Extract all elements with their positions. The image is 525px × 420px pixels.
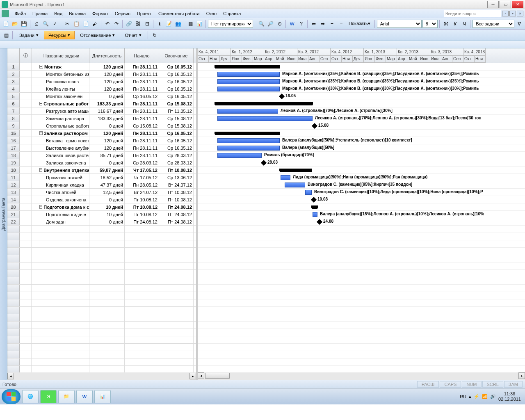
task-row[interactable] — [7, 299, 196, 307]
underline-icon[interactable]: Ч — [460, 19, 468, 28]
month-header[interactable]: Июн — [419, 56, 430, 63]
task-name[interactable] — [32, 314, 89, 321]
task-name[interactable] — [32, 366, 89, 372]
task-duration[interactable] — [89, 307, 125, 314]
font-name-dropdown[interactable]: Arial — [377, 20, 422, 28]
expand-icon[interactable]: − — [39, 65, 43, 68]
menu-edit[interactable]: Правка — [29, 10, 51, 17]
guide-refresh-icon[interactable]: ↻ — [150, 31, 159, 40]
task-end[interactable]: Ср 16.05.12 — [159, 71, 194, 78]
quarter-header[interactable]: Кв. 4, 2012 — [331, 48, 364, 56]
task-start[interactable] — [125, 314, 159, 321]
tray-lang[interactable]: RU — [460, 394, 466, 399]
tray-action-icon[interactable]: ⚡ — [474, 394, 479, 399]
task-end[interactable]: Пт 24.08.12 — [159, 218, 194, 225]
row-info[interactable] — [20, 351, 32, 358]
row-info[interactable] — [20, 122, 32, 129]
task-name[interactable]: Замеска раствора — [32, 115, 89, 122]
mdi-close-button[interactable]: × — [517, 11, 523, 16]
row-info[interactable] — [20, 85, 32, 92]
task-end[interactable] — [159, 226, 194, 233]
right-hscroll[interactable]: ◂ ▸ — [198, 372, 525, 380]
task-end[interactable]: Пт 10.08.12 — [159, 167, 194, 173]
task-end[interactable]: Пт 10.08.12 — [159, 189, 194, 196]
task-row[interactable]: 6−Стропальные работы183,33 днейПн 28.11.… — [7, 100, 196, 107]
row-number[interactable]: 20 — [7, 203, 20, 210]
row-number[interactable]: 18 — [7, 152, 20, 159]
row-info[interactable] — [20, 174, 32, 181]
task-row[interactable] — [7, 233, 196, 240]
row-number[interactable]: 9 — [7, 122, 20, 129]
task-duration[interactable] — [89, 358, 125, 365]
month-header[interactable]: Мар — [253, 56, 264, 63]
task-start[interactable] — [125, 233, 159, 240]
task-name[interactable]: Монтаж бетонных изд — [32, 71, 89, 78]
row-info[interactable] — [20, 93, 32, 100]
task-end[interactable] — [159, 307, 194, 314]
task-bar[interactable] — [281, 175, 290, 180]
undo-icon[interactable]: ↶ — [103, 19, 112, 28]
menu-insert[interactable]: Вставка — [66, 10, 89, 17]
taskbar-app1-icon[interactable]: Э — [40, 390, 57, 403]
row-info[interactable] — [20, 71, 32, 78]
task-duration[interactable] — [89, 299, 125, 306]
row-number[interactable]: 13 — [7, 189, 20, 196]
gantt-scroll-left-icon[interactable]: ◂ — [198, 372, 204, 379]
new-icon[interactable]: 📄 — [2, 19, 10, 28]
task-row[interactable] — [7, 358, 196, 366]
task-start[interactable] — [125, 248, 159, 255]
task-end[interactable]: Ср 28.03.12 — [159, 152, 194, 159]
quarter-header[interactable]: Кв. 3, 2012 — [297, 48, 331, 56]
row-number[interactable]: 10 — [7, 167, 20, 173]
word-icon[interactable]: W — [288, 19, 296, 28]
paste-icon[interactable]: 📄 — [82, 19, 90, 28]
task-row[interactable]: 20−Подготовка дома к сда10 днейПт 10.08.… — [7, 203, 196, 211]
task-duration[interactable]: 120 дней — [89, 71, 125, 78]
row-number[interactable]: 15 — [7, 130, 20, 137]
task-duration[interactable] — [89, 248, 125, 255]
row-number[interactable] — [7, 344, 20, 351]
task-row[interactable]: 9Стропальные работы0 днейСр 15.08.12Ср 1… — [7, 122, 196, 130]
task-row[interactable] — [7, 277, 196, 285]
task-row[interactable] — [7, 285, 196, 292]
maximize-button[interactable]: ▭ — [500, 1, 511, 8]
task-start[interactable] — [125, 351, 159, 358]
month-header[interactable]: Апр — [264, 56, 275, 63]
task-duration[interactable]: 85,71 дней — [89, 152, 125, 159]
task-start[interactable]: Пт 10.08.12 — [125, 203, 159, 210]
row-info[interactable] — [20, 203, 32, 210]
task-bar[interactable] — [305, 190, 312, 195]
task-duration[interactable]: 120 дней — [89, 137, 125, 144]
task-row[interactable]: 16Вставка термо покет120 днейПн 28.11.11… — [7, 137, 196, 144]
task-row[interactable]: 14Отделка закончена0 днейПт 10.08.12Пт 1… — [7, 196, 196, 203]
row-number[interactable]: 3 — [7, 78, 20, 85]
task-row[interactable] — [7, 226, 196, 233]
row-info[interactable] — [20, 218, 32, 225]
month-header[interactable]: Окт — [331, 56, 342, 63]
task-end[interactable]: Ср 16.05.12 — [159, 130, 194, 137]
task-bar[interactable] — [217, 153, 262, 158]
task-end[interactable] — [159, 322, 194, 329]
task-name[interactable]: Промазка этажей — [32, 174, 89, 181]
row-info[interactable] — [20, 189, 32, 196]
row-number[interactable]: 4 — [7, 85, 20, 92]
row-info[interactable] — [20, 137, 32, 144]
task-name[interactable]: Монтаж закончен — [32, 93, 89, 100]
project-logo-icon[interactable] — [2, 10, 9, 17]
task-end[interactable]: Пт 24.08.12 — [159, 211, 194, 218]
link-icon[interactable]: 🔗 — [125, 19, 133, 28]
month-header[interactable]: Апр — [397, 56, 408, 63]
menu-help[interactable]: Справка — [220, 10, 244, 17]
task-bar[interactable] — [217, 72, 280, 77]
format-painter-icon[interactable]: 🖌 — [91, 19, 99, 28]
task-row[interactable]: 15−Заливка раствором120 днейПн 28.11.11С… — [7, 130, 196, 137]
task-name[interactable]: Кирпичная кладка — [32, 181, 89, 188]
task-row[interactable]: 5Монтаж закончен0 днейСр 16.05.12Ср 16.0… — [7, 93, 196, 100]
row-number[interactable]: 5 — [7, 93, 20, 100]
task-duration[interactable]: 12,5 дней — [89, 189, 125, 196]
row-info[interactable] — [20, 226, 32, 233]
row-info[interactable] — [20, 115, 32, 122]
row-number[interactable]: 11 — [7, 174, 20, 181]
row-number[interactable]: 2 — [7, 71, 20, 78]
task-start[interactable]: Пн 28.11.11 — [125, 137, 159, 144]
